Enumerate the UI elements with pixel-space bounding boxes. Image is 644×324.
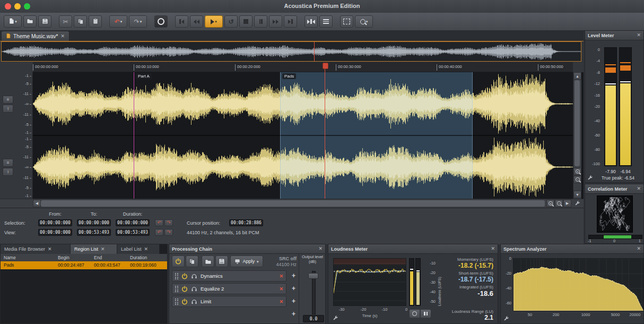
undo-button[interactable]: ↶▾ — [109, 15, 127, 28]
tab-label-list[interactable]: Label List✕ — [117, 244, 160, 254]
document-tab[interactable]: Theme Music.wav* ✕ — [1, 31, 69, 41]
fast-forward-button[interactable] — [269, 15, 282, 28]
horizontal-scroll-thumb[interactable] — [41, 200, 545, 207]
close-panel-icon[interactable]: ✕ — [318, 246, 323, 251]
loudness-settings-button[interactable] — [333, 315, 338, 322]
zoom-in-button[interactable]: + — [546, 200, 554, 207]
zoom-out-button[interactable]: - — [555, 200, 563, 207]
selection-undo-button[interactable]: ↶ — [155, 219, 163, 226]
close-tab-icon[interactable]: ✕ — [101, 247, 105, 252]
level-meter-settings-button[interactable] — [587, 175, 593, 182]
add-effect-button[interactable]: + — [290, 285, 298, 293]
stop-button[interactable] — [239, 15, 253, 28]
remove-effect-icon[interactable]: ✕ — [279, 286, 283, 292]
paste-button[interactable] — [89, 15, 102, 28]
view-duration-field[interactable]: 00:00:53:493 — [116, 229, 150, 236]
scroll-right-button[interactable]: ▶ — [563, 200, 571, 207]
play-button[interactable]: ▾ — [205, 15, 223, 28]
scroll-up-button[interactable]: ▲ — [573, 72, 581, 80]
column-end[interactable]: End — [94, 255, 102, 260]
close-panel-icon[interactable]: ✕ — [491, 246, 495, 251]
channel2-resize-button[interactable]: ↕ — [3, 168, 13, 176]
close-panel-icon[interactable]: ✕ — [637, 33, 641, 38]
cut-button[interactable]: ✂ — [59, 15, 72, 28]
chain-save-button[interactable] — [215, 255, 228, 267]
vertical-scrollbar[interactable]: ▲ + - ▼ — [573, 72, 581, 199]
horizontal-scrollbar[interactable]: ◀ + - ▶ — [0, 199, 584, 208]
drag-handle-icon[interactable] — [175, 286, 178, 292]
view-redo-button[interactable]: ↷ — [164, 229, 173, 236]
view-undo-button[interactable]: ↶ — [155, 229, 163, 236]
vertical-scroll-thumb[interactable] — [575, 80, 580, 166]
selection-redo-button[interactable]: ↷ — [164, 219, 173, 226]
region-list-row[interactable]: Pads 00:00:24:487 00:00:43:547 00:00:19:… — [1, 261, 167, 269]
region-label[interactable]: Pads — [282, 73, 296, 79]
close-tab-icon[interactable]: ✕ — [48, 247, 52, 252]
region-list-header[interactable]: Name Begin End Duration — [1, 254, 167, 262]
zoom-tool-button[interactable]: ▾ — [355, 15, 373, 28]
loudness-pause-button[interactable] — [420, 309, 431, 318]
timeline-ruler[interactable]: 00:00:00:000 00:00:10:000 00:00:20:000 0… — [33, 62, 573, 72]
close-panel-icon[interactable]: ✕ — [637, 246, 641, 251]
add-effect-button[interactable]: + — [290, 297, 298, 305]
remove-effect-icon[interactable]: ✕ — [279, 274, 283, 279]
save-button[interactable] — [38, 15, 51, 28]
channel1-menu-button[interactable]: ≡ — [3, 96, 13, 104]
chain-item-dynamics[interactable]: Dynamics ✕ — [172, 270, 286, 282]
record-button[interactable] — [154, 15, 168, 28]
overview-playhead[interactable] — [314, 42, 315, 61]
column-duration[interactable]: Duration — [130, 255, 147, 260]
column-begin[interactable]: Begin — [58, 255, 69, 260]
chain-item-limit[interactable]: Limit ✕ — [172, 296, 286, 307]
selection-region[interactable] — [280, 72, 473, 199]
selection-to-field[interactable]: 00:00:00:000 — [77, 219, 111, 226]
playhead-handle[interactable] — [323, 63, 328, 69]
zoom-in-vertical-button[interactable]: + — [573, 168, 581, 175]
scroll-down-button[interactable]: ▼ — [573, 191, 581, 198]
overview-waveform[interactable] — [2, 42, 581, 61]
loudness-reset-button[interactable] — [409, 309, 420, 318]
edit-list-button[interactable] — [319, 15, 333, 28]
view-settings-button[interactable] — [573, 200, 581, 207]
marker-label[interactable]: Part A — [136, 73, 152, 79]
add-effect-button[interactable]: + — [290, 310, 298, 318]
open-file-button[interactable] — [23, 15, 37, 28]
apply-button[interactable]: Apply▾ — [230, 255, 263, 267]
go-to-start-button[interactable] — [175, 15, 188, 28]
fit-selection-button[interactable] — [304, 15, 318, 28]
waveform-view[interactable]: Part A Pads ≡ ↕ ≡ ↕ -1 -5 -11 -∞ -11 -5 … — [0, 72, 584, 199]
chain-power-button[interactable] — [172, 255, 185, 267]
tab-media-file-browser[interactable]: Media File Browser✕ — [1, 244, 71, 254]
selection-duration-field[interactable]: 00:00:00:000 — [116, 219, 150, 226]
drag-handle-icon[interactable] — [175, 299, 178, 305]
new-file-button[interactable]: ▾ — [4, 15, 22, 28]
cursor-position-field[interactable]: 00:00:28:886 — [229, 219, 263, 226]
spectrum-settings-button[interactable] — [503, 316, 509, 322]
output-level-value[interactable]: 0.0 — [303, 315, 324, 322]
column-name[interactable]: Name — [4, 255, 16, 260]
chain-copy-button[interactable] — [186, 255, 198, 267]
rewind-button[interactable] — [190, 15, 203, 28]
chain-item-equalize[interactable]: Equalize 2 ✕ — [172, 283, 286, 294]
close-panel-icon[interactable]: ✕ — [637, 186, 641, 191]
add-effect-button[interactable]: + — [290, 272, 298, 280]
overview-strip[interactable] — [1, 41, 581, 62]
selection-tool-button[interactable] — [340, 15, 353, 28]
selection-from-field[interactable]: 00:00:00:000 — [38, 219, 72, 226]
loop-playback-button[interactable]: ↺ — [224, 15, 238, 28]
close-tab-icon[interactable]: ✕ — [60, 34, 65, 39]
zoom-out-vertical-button[interactable]: - — [573, 176, 581, 183]
channel2-menu-button[interactable]: ≡ — [3, 159, 13, 167]
close-tab-icon[interactable]: ✕ — [144, 247, 149, 252]
redo-button[interactable]: ↷▾ — [129, 15, 147, 28]
output-slider-thumb[interactable] — [308, 273, 318, 279]
remove-effect-icon[interactable]: ✕ — [279, 299, 283, 304]
pause-button[interactable] — [254, 15, 267, 28]
copy-button[interactable] — [74, 15, 87, 28]
view-to-field[interactable]: 00:00:53:493 — [77, 229, 111, 236]
channel1-resize-button[interactable]: ↕ — [3, 105, 13, 113]
go-to-end-button[interactable] — [284, 15, 297, 28]
view-from-field[interactable]: 00:00:00:000 — [38, 229, 72, 236]
chain-open-button[interactable] — [202, 255, 214, 267]
scroll-left-button[interactable]: ◀ — [33, 200, 41, 207]
